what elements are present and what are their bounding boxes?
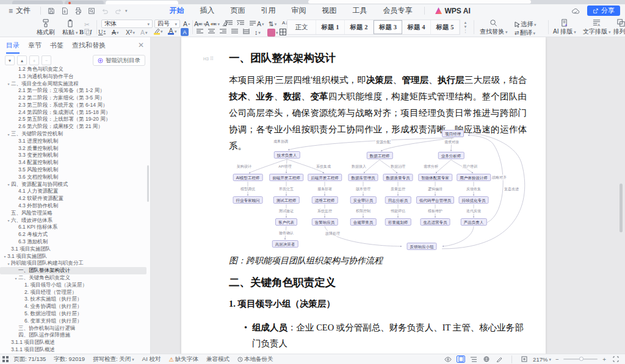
outline-item[interactable]: 2.5 第五阶段：上线部署（第 19-20 周） [0,116,146,124]
outline-caret-icon[interactable]: ▾ [6,82,11,86]
smart-toc-button[interactable]: 智能识别目录 [93,55,145,66]
outline-item[interactable]: 2.2 第二阶段：方案细化（第 3-5 周） [0,95,146,102]
ribbon-tab[interactable]: 页面 [223,4,253,18]
redo-button[interactable] [112,6,125,16]
outline-item[interactable]: 3.1 项目实施团队 [0,246,146,253]
zoom-level[interactable]: 217%▾ [533,356,551,363]
cloud-sync-icon[interactable] [569,6,582,16]
outline-item[interactable]: 3.6 文档控制机制 [0,174,146,181]
ribbon-tab[interactable]: 会员专享 [375,4,421,18]
outline-item[interactable]: ▾跨职能项目团队构建与职责分工 [0,260,146,268]
pen-annotate-icon[interactable] [495,355,504,363]
status-item[interactable]: 字数: 92019 [54,355,85,363]
superscript-button[interactable]: X²▾ [126,29,135,36]
sidebar-tab-bookmarks[interactable]: 书签 [50,41,63,50]
style-gallery-scroll[interactable]: ▲▼⋮ [462,20,469,35]
zoom-slider[interactable] [563,359,598,360]
quick-access-dropdown[interactable]: ▾ [125,9,128,13]
outline-item[interactable]: 5. 数据治理组（执行层） [0,310,146,318]
outline-item[interactable]: 4.1 人力资源配置 [0,188,146,196]
share-button[interactable]: 分享 [587,5,620,16]
underline-button[interactable]: U▾ [98,29,106,35]
promote-button[interactable]: ＋ [29,55,39,65]
text-layout-button[interactable]: A 文字排版▾ [583,19,611,36]
sidebar-scrollbar[interactable] [147,165,149,202]
increase-font-button[interactable]: A+ [183,20,190,27]
sidebar-close-icon[interactable]: ✕ [138,41,144,49]
ribbon-tab[interactable]: 插入 [192,4,223,18]
style-cell[interactable]: 正文 [287,20,316,34]
outline-item[interactable]: 1. 项目领导小组（决策层） [0,282,146,289]
status-item[interactable]: 本地备份关 [237,355,273,363]
document-page[interactable]: H3⠿ 一、团队整体架构设计 本项目采用'三层四维'组织模式，即决策层、管理层、… [181,37,546,354]
bold-button[interactable]: B [79,29,84,35]
outline-item[interactable]: 3.1.1 项目团队概述 [0,346,146,354]
outline-item[interactable]: ▾二、项目全生命周期实施流程 [0,80,146,88]
export-pdf-button[interactable] [58,6,71,16]
font-size-select[interactable]: 四号▾ [154,20,180,28]
style-cell[interactable]: 标题 1 [316,20,345,34]
style-cell[interactable]: 标题 2 [345,20,374,34]
align-left-button[interactable] [197,29,203,34]
print-button[interactable] [71,6,85,16]
ribbon-tab[interactable]: 开始 [162,4,192,18]
outline-item[interactable]: 6. 变革支持组（执行层） [0,318,146,325]
status-item[interactable]: 拼写检查: 关闭▾ [93,355,134,363]
bullet-list-button[interactable]: ≔▾ [197,20,206,27]
style-cell[interactable]: 标题 5 [431,20,460,34]
shading-button[interactable]: ▾ [267,29,278,37]
outline-caret-icon[interactable]: ▾ [2,254,7,259]
phonetic-guide-button[interactable]: A▾ [140,29,148,36]
increase-indent-button[interactable] [237,20,244,26]
outline-item[interactable]: 2.3 第三阶段：系统开发（第 6-14 周） [0,102,146,109]
sidebar-tab-toc[interactable]: 目录 [6,41,20,50]
outline-item[interactable]: 2.1 第一阶段：立项筹备（第 1-2 周） [0,87,146,95]
numbered-list-button[interactable]: ≕▾ [211,20,220,27]
status-grid-icon[interactable] [1,355,10,363]
italic-button[interactable]: I [90,29,92,35]
cut-button[interactable]: ✂ [84,21,90,28]
sidebar-tab-find-replace[interactable]: 查找和替换 [72,41,106,50]
outline-caret-icon[interactable]: ▾ [13,276,18,280]
outline-item[interactable]: 四、团队运作保障措施 [0,332,146,339]
fullscreen-icon[interactable] [612,355,620,363]
outline-item[interactable]: 6.2 考核方式 [0,231,146,238]
font-color-button[interactable]: A▾ [168,28,177,35]
justify-button[interactable] [231,29,238,34]
status-item[interactable]: AI 校对 [142,355,161,363]
outline-item[interactable]: 3.2 质量控制机制 [0,145,146,152]
select-button[interactable]: 选择▾ [515,20,536,29]
outline-item[interactable]: 1.2 角色与职责定义 [0,66,146,73]
align-center-button[interactable] [208,29,215,34]
document-scrollbar[interactable] [620,184,623,232]
font-family-select[interactable]: 宋体▾ [101,20,153,28]
outline-caret-icon[interactable]: ▾ [6,132,11,137]
outline-item[interactable]: 3. 技术实施组（执行层） [0,296,146,304]
zoom-slider-knob[interactable] [579,357,583,361]
distribute-button[interactable] [243,29,250,34]
outline-item[interactable]: 五、风险管理策略 [0,210,146,217]
outline-item[interactable]: 3.3 变更控制机制 [0,152,146,160]
zoom-out-button[interactable]: − [555,356,559,363]
style-cell[interactable]: 标题 3 [374,20,402,34]
web-view-icon[interactable] [482,355,491,363]
outline-item[interactable]: 4.3 外部协作机制 [0,202,146,210]
outline-item[interactable]: 2.4 第四阶段：集成测试（第 15-18 周） [0,109,146,116]
outline-item[interactable]: ▾六、绩效评估体系 [0,217,146,224]
status-item[interactable]: 页面: 71/135 [13,355,46,363]
collapse-all-button[interactable]: ▴ [17,55,27,65]
align-right-button[interactable] [220,29,226,34]
translate-button[interactable]: ⇄翻译▾ [515,29,535,37]
ai-layout-button[interactable]: AI 排版▾ [553,19,576,36]
ribbon-tab[interactable]: 引用 [253,4,284,18]
wps-ai-button[interactable]: WPS AI [435,7,471,15]
outline-item[interactable]: 2.6 第六阶段：成果移交（第 21 周） [0,123,146,130]
outline-item[interactable]: 4.2 软硬件资源配置 [0,195,146,202]
outline-item[interactable]: 6.3 激励机制 [0,238,146,246]
file-menu-button[interactable]: ≡ 文件 [0,5,37,16]
outline-item[interactable]: 3.5 风险控制机制 [0,166,146,174]
fit-page-icon[interactable] [520,355,529,363]
outline-item[interactable]: 三、协作机制与运行逻辑 [0,325,146,332]
outline-item[interactable]: ▾二、关键角色职责定义 [0,274,146,282]
outline-item[interactable]: 1.3 沟通机制与协作平台 [0,73,146,80]
